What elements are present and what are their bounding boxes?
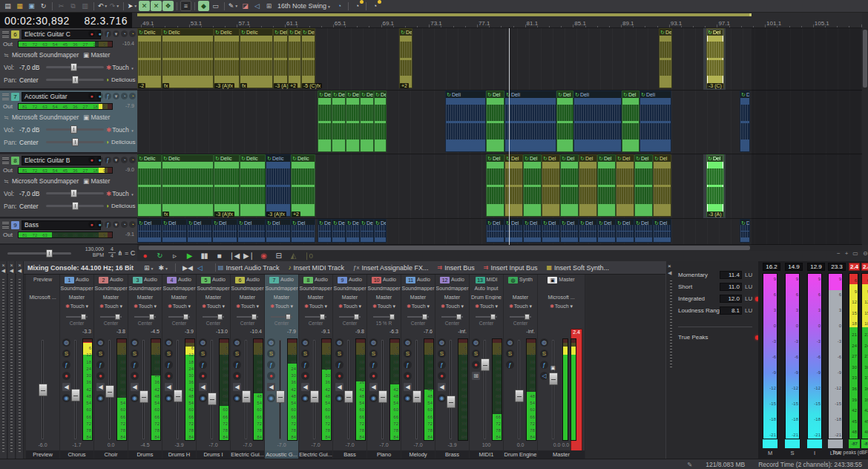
channel-name[interactable]: Preview	[26, 450, 59, 459]
audio-clip[interactable]: ↻Deli	[573, 91, 622, 152]
volume-fader[interactable]	[74, 340, 76, 439]
solo-button[interactable]: S	[165, 350, 173, 358]
dock-close-icon[interactable]: ×	[8, 263, 15, 268]
channel-name[interactable]: Drums I	[197, 450, 230, 459]
automation-mode-button[interactable]: ✱Touch ▾	[367, 304, 401, 309]
audio-clip[interactable]: ↻Del	[332, 91, 346, 152]
console-settings-button[interactable]: ✱▼	[159, 264, 169, 272]
channel-output-label[interactable]: Soundmapper	[333, 286, 366, 291]
input-select-button[interactable]: ◀	[165, 383, 173, 391]
fx-button[interactable]: ƒ	[131, 361, 139, 369]
channel-bus-label[interactable]: Master	[435, 295, 469, 300]
audio-clip[interactable]: ↻Delic	[137, 154, 162, 217]
gain-knob-icon[interactable]: ◔	[129, 157, 136, 163]
pan-slider[interactable]	[46, 205, 104, 207]
automation-mode-button[interactable]: ✱Touch ▾	[162, 304, 196, 309]
input-monitor-icon[interactable]: ◍	[62, 338, 70, 347]
mute-button[interactable]: ◉	[233, 394, 241, 402]
selection-tool-icon[interactable]: ✕	[151, 1, 162, 11]
track-header[interactable]: 7Acoustic Guitar●●ƒ▾◔◔Out817263544536271…	[0, 91, 137, 154]
channel-strip[interactable]: 13MIDIAuto InputDrum Engine✱Touch ▾Cente…	[470, 275, 504, 459]
record-arm-button[interactable]: ●	[233, 372, 241, 380]
audio-clip[interactable]: ↻Del	[523, 154, 542, 217]
pointer-tool-icon[interactable]: ➤▼	[127, 1, 138, 11]
audio-clip[interactable]: ↻Deli	[504, 91, 556, 152]
console-collapse-button[interactable]: ▶◀	[183, 264, 193, 272]
zoom-tool-icon[interactable]: ▭	[210, 1, 221, 11]
collapsed-dock-tab[interactable]: ×◀	[8, 261, 16, 459]
audio-clip[interactable]: ↻Del	[162, 219, 187, 243]
pan-slider-thumb[interactable]	[389, 314, 395, 320]
record-arm-button[interactable]: ●	[404, 372, 412, 380]
pan-slider-thumb[interactable]	[286, 314, 291, 320]
audio-clip[interactable]: ↻Del	[634, 219, 653, 243]
channel-bus-label[interactable]: Master	[265, 295, 298, 300]
audio-clip[interactable]: ↻De	[332, 219, 346, 243]
mute-button[interactable]: ◉	[267, 394, 275, 402]
audio-clip[interactable]: ↻Del	[346, 91, 360, 152]
solo-button[interactable]: S	[438, 350, 446, 358]
eraser-tool-icon[interactable]: ◪	[240, 1, 251, 11]
record-arm-button[interactable]: ●	[88, 30, 95, 37]
pan-value[interactable]: Center	[19, 203, 39, 210]
fx-button[interactable]: ƒ	[404, 361, 412, 369]
mute-button[interactable]: ◉	[199, 394, 207, 402]
channel-output-label[interactable]: Soundmapper	[401, 286, 435, 291]
audio-clip[interactable]: ↻Delic	[214, 28, 240, 88]
solo-button[interactable]: S	[96, 350, 105, 358]
channel-name[interactable]: Piano	[367, 450, 401, 459]
pan-slider-thumb[interactable]	[320, 314, 325, 320]
timeline-zoom-controls[interactable]: −+▭⊖	[837, 250, 868, 257]
input-select-button[interactable]: ◀	[335, 383, 343, 391]
chevron-down-icon[interactable]: ▾	[113, 157, 119, 163]
volume-fader[interactable]	[450, 340, 452, 439]
track-drag-handle[interactable]	[2, 31, 9, 38]
volume-fader[interactable]	[313, 340, 315, 439]
solo-button[interactable]: S	[131, 350, 139, 358]
pan-slider[interactable]	[305, 316, 326, 318]
fx-button[interactable]: ƒ	[199, 361, 207, 369]
channel-output-label[interactable]: Soundmapper	[162, 286, 196, 291]
gain-knob-icon[interactable]: ◔	[129, 221, 136, 228]
channel-output-label[interactable]: Soundmapper	[197, 286, 230, 291]
swing-select[interactable]: 16th Note Swing▼	[275, 2, 333, 10]
channel-strip[interactable]: 9AudioSoundmapperMaster✱Touch ▾Center-9.…	[333, 275, 367, 459]
pan-slider[interactable]	[373, 316, 395, 318]
tempo-slider[interactable]	[7, 252, 71, 255]
bus-button[interactable]: ▣ Master	[83, 177, 110, 185]
volume-fader[interactable]	[381, 340, 384, 439]
channel-output-label[interactable]: Auto Input	[470, 286, 503, 291]
pan-slider-thumb[interactable]	[456, 314, 461, 320]
dock-drag-handle[interactable]	[10, 279, 13, 454]
audio-clip[interactable]: ↻Del	[560, 154, 579, 217]
channel-bus-label[interactable]: Microsoft ...	[538, 295, 585, 300]
phase-knob-icon[interactable]: ◔	[121, 30, 128, 37]
insert-button[interactable]: ♪Insert MIDI Track	[288, 264, 344, 272]
fx-button[interactable]: ƒ	[105, 93, 111, 99]
chevron-down-icon[interactable]: ▼	[134, 4, 137, 8]
volume-fader[interactable]	[347, 340, 349, 439]
redo-icon[interactable]: ↷▼	[109, 1, 120, 11]
audio-clip[interactable]: ↻Delic	[162, 28, 214, 88]
channel-name[interactable]: Drums	[128, 450, 162, 459]
go-to-end-button[interactable]: ▶❘	[243, 251, 254, 260]
volume-fader[interactable]: ▣	[552, 340, 554, 439]
stop-button[interactable]: ■	[214, 251, 224, 260]
volume-fader[interactable]	[108, 340, 111, 439]
undo-icon[interactable]: ↶▼	[97, 1, 108, 11]
fx-button[interactable]: ƒ	[506, 361, 514, 369]
insert-button[interactable]: ▦Insert Soft Synth...	[546, 264, 609, 272]
channel-bus-label[interactable]: Master	[197, 295, 230, 300]
channel-name[interactable]: Electric Gui...	[299, 450, 332, 459]
audio-clip[interactable]: ↻Del	[212, 219, 237, 243]
pencil-tool-icon[interactable]: ✎▼	[228, 1, 239, 11]
go-to-start-button[interactable]: ❘◀	[228, 251, 239, 260]
pan-slider[interactable]	[46, 141, 104, 143]
channel-strip[interactable]: 11AudioSoundmapperMaster✱Touch ▾Center-7…	[401, 275, 435, 459]
volume-fader-thumb[interactable]	[39, 384, 47, 396]
volume-fader-thumb[interactable]	[208, 393, 217, 405]
play-from-start-button[interactable]: ▹	[169, 251, 180, 260]
input-select-button[interactable]: ◀	[131, 383, 139, 391]
automation-mode-button[interactable]: ✱Touch ▾	[470, 304, 503, 309]
channel-name[interactable]: Acoustic G...	[265, 450, 298, 459]
